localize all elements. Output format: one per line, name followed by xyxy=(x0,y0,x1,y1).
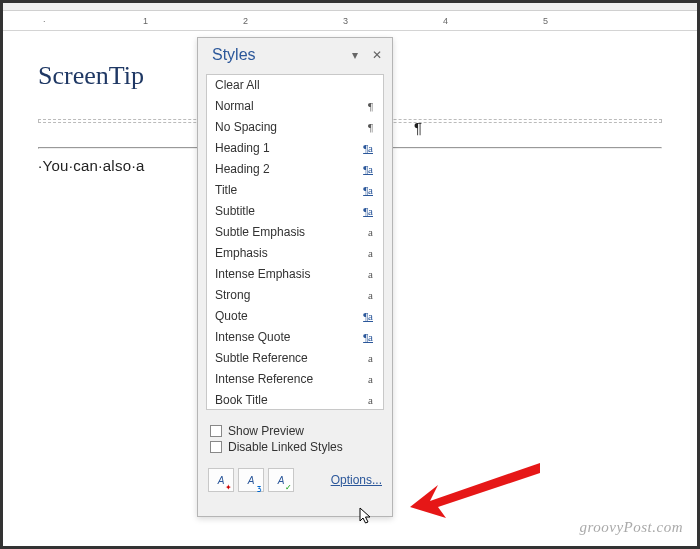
style-item-label: No Spacing xyxy=(215,119,277,136)
style-type-indicator: a xyxy=(368,287,373,304)
style-item[interactable]: Book Titlea xyxy=(207,390,383,410)
styles-pane-title: Styles xyxy=(212,46,256,64)
style-item[interactable]: Normal¶ xyxy=(207,96,383,117)
style-type-indicator: ¶a xyxy=(363,182,373,199)
style-item[interactable]: Subtle Emphasisa xyxy=(207,222,383,243)
style-item-label: Title xyxy=(215,182,237,199)
style-type-indicator: a xyxy=(368,371,373,388)
style-type-indicator: ¶a xyxy=(363,140,373,157)
new-style-button[interactable]: A✦ xyxy=(208,468,234,492)
styles-pane-options-area: Show Preview Disable Linked Styles xyxy=(198,416,392,462)
style-type-indicator: a xyxy=(368,245,373,262)
style-item-label: Intense Reference xyxy=(215,371,313,388)
styles-pane: Styles ▾ ✕ Clear AllNormal¶No Spacing¶He… xyxy=(197,37,393,517)
style-item-label: Intense Emphasis xyxy=(215,266,310,283)
style-item[interactable]: Stronga xyxy=(207,285,383,306)
horizontal-ruler[interactable]: ·12345 xyxy=(3,11,697,31)
options-link[interactable]: Options... xyxy=(331,473,382,487)
show-preview-label: Show Preview xyxy=(228,424,304,438)
style-type-indicator: ¶a xyxy=(363,203,373,220)
style-item[interactable]: Subtle Referencea xyxy=(207,348,383,369)
style-item[interactable]: Emphasisa xyxy=(207,243,383,264)
watermark-text: groovyPost.com xyxy=(579,519,683,536)
styles-list: Clear AllNormal¶No Spacing¶Heading 1¶aHe… xyxy=(206,74,384,410)
disable-linked-styles-checkbox[interactable]: Disable Linked Styles xyxy=(210,440,380,454)
styles-pane-header: Styles ▾ ✕ xyxy=(198,38,392,68)
pane-dropdown-icon[interactable]: ▾ xyxy=(352,48,358,62)
style-item[interactable]: Heading 1¶a xyxy=(207,138,383,159)
style-type-indicator: a xyxy=(368,224,373,241)
style-item[interactable]: Intense Referencea xyxy=(207,369,383,390)
checkbox-icon xyxy=(210,441,222,453)
style-item-label: Subtle Reference xyxy=(215,350,308,367)
style-item-label: Book Title xyxy=(215,392,268,409)
style-type-indicator: ¶ xyxy=(368,119,373,136)
style-item-label: Strong xyxy=(215,287,250,304)
style-item-label: Normal xyxy=(215,98,254,115)
style-type-indicator: a xyxy=(368,266,373,283)
style-type-indicator: a xyxy=(368,392,373,409)
style-item[interactable]: Clear All xyxy=(207,75,383,96)
style-type-indicator: ¶ xyxy=(368,98,373,115)
checkbox-icon xyxy=(210,425,222,437)
style-item-label: Subtle Emphasis xyxy=(215,224,305,241)
manage-styles-button[interactable]: A✓ xyxy=(268,468,294,492)
style-item-label: Heading 2 xyxy=(215,161,270,178)
style-type-indicator: a xyxy=(368,350,373,367)
style-item[interactable]: Intense Quote¶a xyxy=(207,327,383,348)
style-item[interactable]: Subtitle¶a xyxy=(207,201,383,222)
style-type-indicator: ¶a xyxy=(363,329,373,346)
style-item[interactable]: Intense Emphasisa xyxy=(207,264,383,285)
style-item[interactable]: Title¶a xyxy=(207,180,383,201)
show-preview-checkbox[interactable]: Show Preview xyxy=(210,424,380,438)
style-item-label: Quote xyxy=(215,308,248,325)
pane-close-icon[interactable]: ✕ xyxy=(372,48,382,62)
styles-pane-footer: A✦ Aʒ A✓ Options... xyxy=(198,462,392,500)
style-item-label: Intense Quote xyxy=(215,329,290,346)
disable-linked-label: Disable Linked Styles xyxy=(228,440,343,454)
style-item[interactable]: No Spacing¶ xyxy=(207,117,383,138)
style-item-label: Heading 1 xyxy=(215,140,270,157)
style-item[interactable]: Quote¶a xyxy=(207,306,383,327)
style-item-label: Emphasis xyxy=(215,245,268,262)
style-item-label: Clear All xyxy=(215,77,260,94)
style-item[interactable]: Heading 2¶a xyxy=(207,159,383,180)
style-inspector-button[interactable]: Aʒ xyxy=(238,468,264,492)
style-type-indicator: ¶a xyxy=(363,161,373,178)
style-item-label: Subtitle xyxy=(215,203,255,220)
style-type-indicator: ¶a xyxy=(363,308,373,325)
ribbon-area xyxy=(3,3,697,11)
